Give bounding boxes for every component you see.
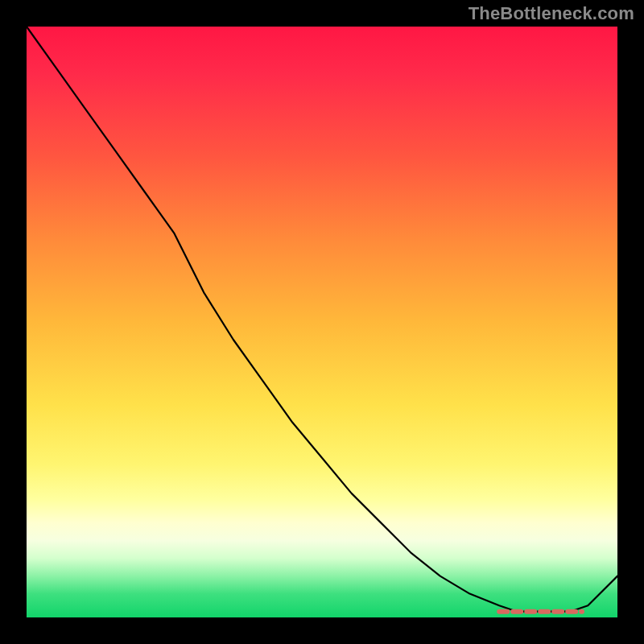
curve-svg bbox=[27, 27, 617, 617]
main-curve bbox=[27, 27, 617, 612]
watermark-text: TheBottleneck.com bbox=[469, 3, 634, 24]
chart-frame: TheBottleneck.com bbox=[0, 0, 644, 644]
plot-area bbox=[27, 27, 617, 617]
